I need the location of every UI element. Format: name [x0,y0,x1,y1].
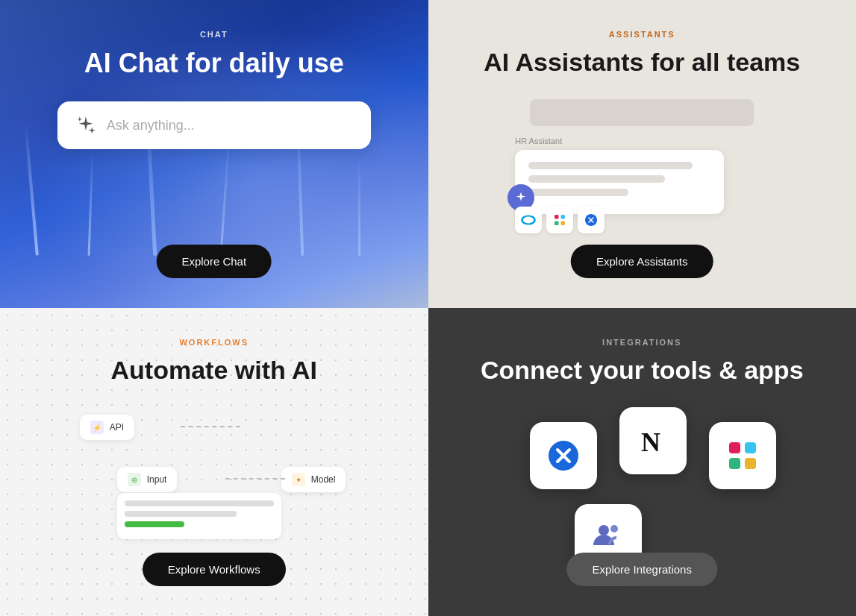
explore-chat-button[interactable]: Explore Chat [156,245,272,278]
salesforce-icon [515,207,542,233]
svg-rect-11 [745,442,756,453]
assistant-hr-label: HR Assistant [500,136,784,145]
svg-rect-12 [729,458,740,469]
workflow-input-node: ⊜ Input [117,467,178,492]
assistant-card [515,150,724,214]
notion-icon-lg: N [619,407,687,474]
api-icon: ⚡ [90,421,104,434]
slack-icon-lg [709,422,776,489]
svg-rect-9 [722,435,763,477]
svg-rect-4 [554,221,559,226]
integrations-title: Connect your tools & apps [481,356,804,385]
workflow-card-content [117,493,281,539]
model-icon: ✦ [292,473,305,486]
chat-label: CHAT [200,30,228,39]
workflow-model-node: ✦ Model [281,467,346,492]
svg-point-16 [610,525,618,532]
assistant-app-icons [515,207,604,233]
svg-rect-10 [729,442,740,453]
confluence-icon-lg [530,422,597,489]
svg-point-15 [599,525,609,535]
chat-placeholder-text: Ask anything... [107,118,195,133]
chat-panel: CHAT AI Chat for daily use Ask anything.… [0,0,428,308]
assistants-panel: ASSISTANTS AI Assistants for all teams H… [428,0,857,308]
confluence-icon-sm [578,207,604,233]
explore-assistants-button[interactable]: Explore Assistants [571,245,713,278]
svg-rect-2 [554,215,559,219]
sparkle-icon [75,115,96,136]
workflows-title: Automate with AI [111,356,317,385]
svg-rect-13 [745,458,756,469]
integrations-label: INTEGRATIONS [602,338,681,347]
svg-rect-5 [561,221,566,226]
chat-input-box[interactable]: Ask anything... [57,101,371,149]
chat-title: AI Chat for daily use [84,48,344,79]
svg-rect-3 [561,215,566,219]
workflow-connector-2 [225,478,285,480]
integrations-icons-area: N [500,407,784,571]
assistants-mockup: HR Assistant [500,99,784,233]
slack-icon-sm [546,207,573,233]
workflow-connector-1 [181,426,240,427]
workflows-label: WORKFLOWS [179,338,249,347]
workflows-panel: WORKFLOWS Automate with AI ⚡ API ⊜ Input… [0,308,428,616]
svg-text:N: N [641,427,660,457]
assistants-title: AI Assistants for all teams [484,48,800,77]
assistants-label: ASSISTANTS [609,30,675,39]
explore-integrations-button[interactable]: Explore Integrations [567,553,717,586]
svg-point-1 [523,217,534,224]
integrations-panel: INTEGRATIONS Connect your tools & apps N [428,308,857,616]
explore-workflows-button[interactable]: Explore Workflows [143,553,286,586]
workflow-mockup: ⚡ API ⊜ Input ✦ Model [57,407,371,556]
input-icon: ⊜ [128,473,141,486]
workflow-api-node: ⚡ API [80,415,134,440]
